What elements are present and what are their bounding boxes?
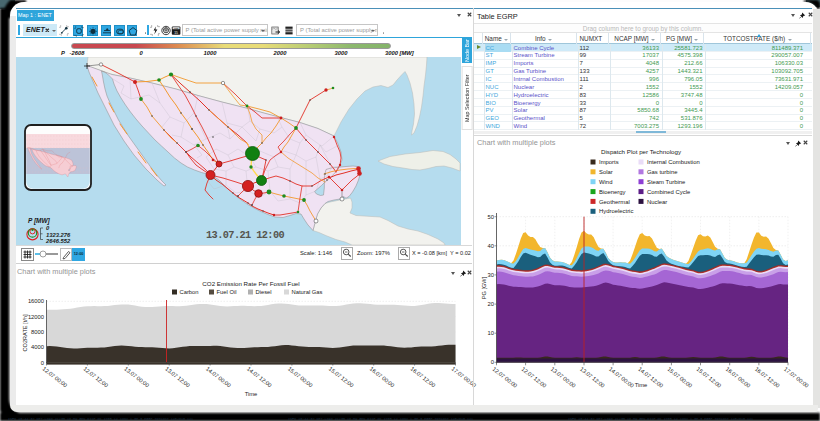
svg-text:Geothermal: Geothermal	[599, 199, 630, 205]
svg-text:17.07 00:00: 17.07 00:00	[783, 366, 810, 389]
svg-text:INFO 10:44:07 NET.LOAD 41235.1: INFO 10:44:07 NET.LOAD 41235.18 MW GEN.D…	[568, 417, 753, 421]
svg-text:20: 20	[488, 301, 494, 307]
svg-text:Diesel: Diesel	[256, 289, 272, 295]
svg-text:INFO 10:44:07 NET.LOAD 41235.1: INFO 10:44:07 NET.LOAD 41235.18 MW GEN.D…	[288, 417, 473, 421]
svg-text:50: 50	[488, 214, 494, 220]
svg-text:INFO 10:44:07 NET.LOAD 41235.1: INFO 10:44:07 NET.LOAD 41235.18 MW GEN.D…	[8, 417, 193, 421]
svg-text:12.07 00:00: 12.07 00:00	[41, 366, 68, 389]
svg-text:30: 30	[488, 272, 494, 278]
svg-text:CO2RATE [t/h]: CO2RATE [t/h]	[22, 314, 28, 351]
svg-text:Bioenergy: Bioenergy	[599, 189, 626, 195]
svg-text:13.07 12:00: 13.07 12:00	[579, 366, 606, 389]
svg-text:Natural Gas: Natural Gas	[292, 289, 323, 295]
svg-text:16.07 12:00: 16.07 12:00	[754, 366, 781, 389]
svg-text:12000: 12000	[28, 314, 44, 320]
svg-text:12.07 12:00: 12.07 12:00	[82, 366, 109, 389]
svg-text:16000: 16000	[28, 298, 44, 304]
svg-text:Time: Time	[635, 382, 648, 388]
svg-text:2646.552: 2646.552	[45, 238, 71, 244]
svg-text:0: 0	[41, 360, 44, 366]
svg-text:Combined Cycle: Combined Cycle	[647, 189, 691, 195]
svg-text:CO2 Emission Rate Per Fossil F: CO2 Emission Rate Per Fossil Fuel	[202, 280, 299, 287]
svg-text:15.07 00:00: 15.07 00:00	[287, 366, 314, 389]
svg-text:16.07 12:00: 16.07 12:00	[409, 366, 436, 389]
svg-text:Imports: Imports	[599, 159, 619, 165]
svg-text:15: 15	[175, 30, 179, 34]
svg-text:Dispatch Plot per Technology: Dispatch Plot per Technology	[601, 148, 682, 155]
svg-text:4000: 4000	[31, 344, 44, 350]
svg-text:P [MW]: P [MW]	[28, 217, 51, 225]
svg-text:14.07 00:00: 14.07 00:00	[608, 366, 635, 389]
svg-text:15.07 12:00: 15.07 12:00	[328, 366, 355, 389]
svg-text:13.07 12:00: 13.07 12:00	[164, 366, 191, 389]
svg-text:0: 0	[491, 359, 494, 365]
svg-text:Gas turbine: Gas turbine	[647, 169, 678, 175]
svg-text:PG [GW]: PG [GW]	[481, 276, 487, 299]
svg-text:Time: Time	[245, 391, 258, 397]
svg-text:10: 10	[488, 330, 494, 336]
svg-text:16.07 00:00: 16.07 00:00	[725, 366, 752, 389]
svg-text:12.07 12:00: 12.07 12:00	[520, 366, 547, 389]
svg-text:Internal Combustion: Internal Combustion	[647, 159, 700, 165]
svg-text:1323.276: 1323.276	[46, 232, 71, 238]
svg-text:13.07.21 12:00: 13.07.21 12:00	[206, 229, 285, 241]
svg-text:14.07 12:00: 14.07 12:00	[246, 366, 273, 389]
svg-text:Steam Turbine: Steam Turbine	[647, 179, 686, 185]
svg-text:8000: 8000	[31, 329, 44, 335]
svg-text:14.07 00:00: 14.07 00:00	[205, 366, 232, 389]
svg-text:Carbon: Carbon	[180, 289, 199, 295]
svg-text:13.07 00:00: 13.07 00:00	[123, 366, 150, 389]
svg-text:15.07 00:00: 15.07 00:00	[666, 366, 693, 389]
svg-text:16.07 00:00: 16.07 00:00	[369, 366, 396, 389]
svg-text:Wind: Wind	[599, 179, 612, 185]
svg-text:13.07 00:00: 13.07 00:00	[550, 366, 577, 389]
svg-text:15.07 12:00: 15.07 12:00	[695, 366, 722, 389]
svg-text:LUN: LUN	[174, 27, 179, 29]
svg-text:Fuel Oil: Fuel Oil	[217, 289, 237, 295]
svg-text:40: 40	[488, 243, 494, 249]
svg-text:Nuclear: Nuclear	[647, 199, 667, 205]
svg-text:Solar: Solar	[599, 169, 613, 175]
svg-text:12.07 00:00: 12.07 00:00	[491, 366, 518, 389]
svg-text:Hydroelectric: Hydroelectric	[599, 208, 633, 214]
